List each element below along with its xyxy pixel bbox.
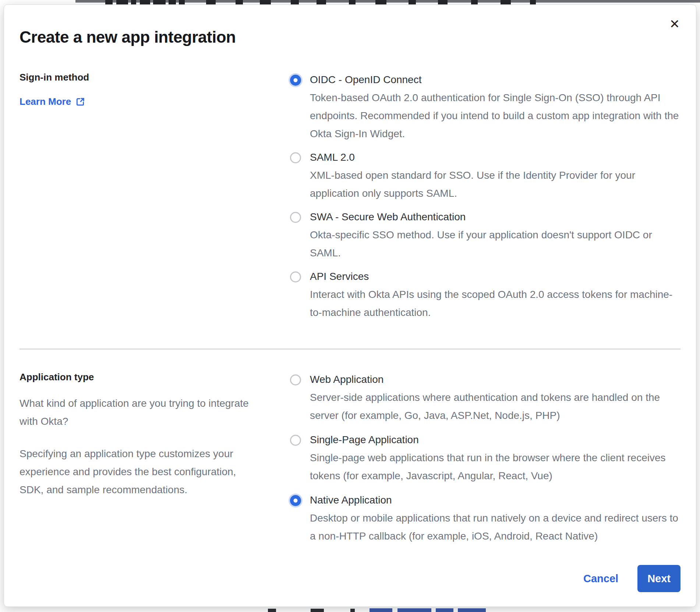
background-text-fragment (471, 0, 478, 4)
radio-selected-icon[interactable] (290, 495, 301, 506)
cancel-button[interactable]: Cancel (583, 573, 618, 585)
option-label: Native Application (310, 491, 680, 509)
option-description: Server-side applications where authentic… (310, 388, 680, 424)
option-description: Token-based OAuth 2.0 authentication for… (310, 89, 680, 143)
application-type-section: Application type What kind of applicatio… (20, 371, 680, 545)
radio-unselected-icon[interactable] (290, 212, 301, 223)
page-title: Create a new app integration (20, 28, 680, 47)
radio-option-single-page-application[interactable]: Single-Page Application Single-page web … (290, 431, 680, 485)
option-description: Okta-specific SSO method. Use if your ap… (310, 226, 680, 262)
option-description: XML-based open standard for SSO. Use if … (310, 166, 680, 202)
radio-option-native-application[interactable]: Native Application Desktop or mobile app… (290, 491, 680, 545)
background-page-bottom-sliver (0, 607, 700, 612)
background-link-fragment (458, 608, 486, 612)
background-text-fragment (105, 0, 113, 4)
background-link-fragment (436, 608, 453, 612)
next-button[interactable]: Next (637, 565, 680, 592)
application-type-label: Application type (20, 371, 262, 383)
external-link-icon (75, 97, 85, 107)
background-text-fragment (350, 609, 355, 612)
background-text-fragment (206, 0, 216, 4)
signin-method-label: Sign-in method (20, 71, 262, 83)
background-text-fragment (530, 0, 536, 4)
application-type-options: Web Application Server-side applications… (290, 371, 680, 545)
section-divider (20, 349, 680, 349)
background-text-fragment (260, 0, 271, 4)
option-label: SWA - Secure Web Authentication (310, 208, 680, 226)
background-link-fragment (370, 608, 392, 612)
background-text-fragment (317, 0, 326, 4)
radio-selected-icon[interactable] (290, 75, 301, 86)
radio-option-swa[interactable]: SWA - Secure Web Authentication Okta-spe… (290, 208, 680, 262)
signin-method-section: Sign-in method Learn More OIDC - OpenID … (20, 71, 680, 321)
option-label: OIDC - OpenID Connect (310, 71, 680, 89)
learn-more-label: Learn More (20, 96, 71, 107)
radio-option-web-application[interactable]: Web Application Server-side applications… (290, 371, 680, 424)
background-text-fragment (116, 0, 128, 4)
radio-unselected-icon[interactable] (290, 374, 301, 385)
dialog-footer: Cancel Next (20, 565, 680, 592)
background-text-fragment (501, 0, 511, 4)
background-text-fragment (311, 609, 324, 612)
option-description: Single-page web applications that run in… (310, 449, 680, 485)
background-text-fragment (291, 0, 299, 4)
radio-unselected-icon[interactable] (290, 152, 301, 163)
signin-method-left-column: Sign-in method Learn More (20, 71, 262, 321)
background-text-fragment (349, 0, 356, 4)
background-text-fragment (140, 0, 150, 4)
radio-option-api-services[interactable]: API Services Interact with Okta APIs usi… (290, 268, 680, 321)
radio-option-oidc[interactable]: OIDC - OpenID Connect Token-based OAuth … (290, 71, 680, 143)
radio-unselected-icon[interactable] (290, 271, 301, 282)
background-text-fragment (169, 0, 176, 4)
background-text-fragment (375, 0, 386, 4)
background-text-fragment (131, 0, 136, 4)
background-link-fragment (397, 608, 431, 612)
option-label: Web Application (310, 371, 680, 388)
option-label: Single-Page Application (310, 431, 680, 449)
option-description: Desktop or mobile applications that run … (310, 509, 680, 545)
background-text-fragment (438, 0, 448, 4)
option-description: Interact with Okta APIs using the scoped… (310, 285, 680, 321)
background-text-fragment (179, 0, 185, 4)
radio-unselected-icon[interactable] (290, 435, 301, 446)
option-label: SAML 2.0 (310, 149, 680, 166)
radio-option-saml[interactable]: SAML 2.0 XML-based open standard for SSO… (290, 149, 680, 202)
application-type-help-text-1: What kind of application are you trying … (20, 394, 262, 430)
signin-method-options: OIDC - OpenID Connect Token-based OAuth … (290, 71, 680, 321)
learn-more-link[interactable]: Learn More (20, 96, 85, 107)
background-text-fragment (409, 0, 416, 4)
application-type-help-text-2: Specifying an application type customize… (20, 445, 262, 499)
background-text-fragment (153, 0, 166, 4)
create-app-integration-dialog: ✕ Create a new app integration Sign-in m… (4, 4, 696, 607)
close-icon[interactable]: ✕ (667, 16, 683, 32)
option-label: API Services (310, 268, 680, 285)
background-text-fragment (236, 0, 243, 4)
application-type-left-column: Application type What kind of applicatio… (20, 371, 262, 545)
background-text-fragment (268, 609, 276, 612)
